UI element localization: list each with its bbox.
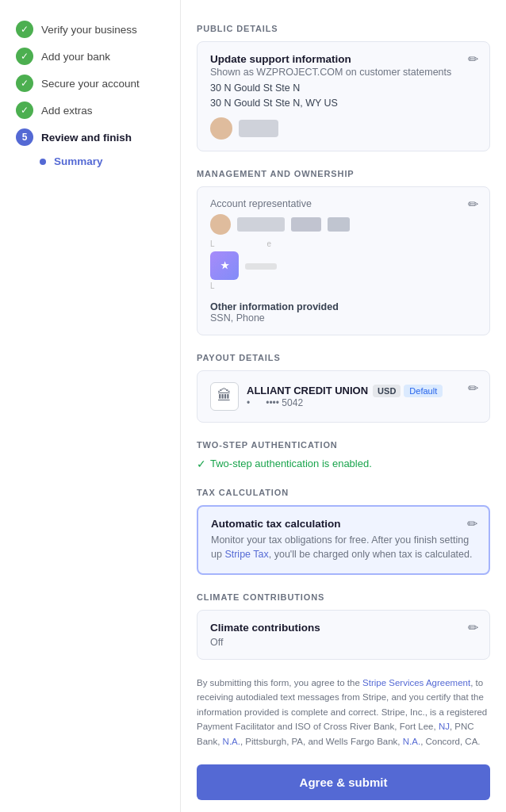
currency-badge: USD xyxy=(373,385,401,397)
avatar-blob-1 xyxy=(210,117,232,140)
bank-account-details: • •••• 5042 xyxy=(247,397,443,408)
step-icon-secure: ✓ xyxy=(16,75,33,92)
section-label-management: MANAGEMENT AND OWNERSHIP xyxy=(197,169,490,178)
step-icon-extras: ✓ xyxy=(16,102,33,119)
sidebar-label-bank: Add your bank xyxy=(41,51,110,63)
sidebar-item-bank[interactable]: ✓ Add your bank xyxy=(13,43,167,70)
default-badge: Default xyxy=(404,385,443,397)
section-label-climate: CLIMATE CONTRIBUTIONS xyxy=(197,592,490,602)
section-label-twostep: TWO-STEP AUTHENTICATION xyxy=(197,440,490,450)
step-icon-bank: ✓ xyxy=(16,48,33,65)
edit-icon-management[interactable]: ✏ xyxy=(468,197,478,212)
sidebar-item-verify[interactable]: ✓ Verify your business xyxy=(13,16,167,43)
edit-icon-tax[interactable]: ✏ xyxy=(467,516,477,531)
sidebar-item-review[interactable]: 5 Review and finish xyxy=(13,124,167,151)
step-icon-review: 5 xyxy=(16,128,33,146)
pnc-link[interactable]: N.A. xyxy=(223,737,240,746)
sidebar-item-summary[interactable]: Summary xyxy=(13,151,167,172)
edit-icon-payout[interactable]: ✏ xyxy=(468,381,478,396)
rep-name-blur xyxy=(237,217,285,232)
bank-info: ALLIANT CREDIT UNION USD Default • •••• … xyxy=(247,385,443,408)
public-card-subtitle: Shown as WZPROJECT.COM on customer state… xyxy=(210,67,477,78)
sidebar-item-secure[interactable]: ✓ Secure your account xyxy=(13,70,167,97)
climate-card: ✏ Climate contributions Off xyxy=(197,610,490,660)
sidebar-item-extras[interactable]: ✓ Add extras xyxy=(13,97,167,124)
payout-row: 🏛 ALLIANT CREDIT UNION USD Default • •••… xyxy=(210,382,477,411)
main-content: PUBLIC DETAILS ✏ Update support informat… xyxy=(181,0,506,812)
bank-name: ALLIANT CREDIT UNION xyxy=(247,385,368,396)
rep-badge: ★ xyxy=(210,251,239,280)
twostep-status-row: ✓ Two-step authentication is enabled. xyxy=(197,458,490,470)
step-icon-verify: ✓ xyxy=(16,21,33,38)
public-card-address1: 30 N Gould St Ste N xyxy=(210,81,477,96)
sidebar: ✓ Verify your business ✓ Add your bank ✓… xyxy=(0,0,181,812)
legal-text: By submitting this form, you agree to th… xyxy=(197,676,490,749)
stripe-tax-link[interactable]: Stripe Tax xyxy=(224,549,268,560)
sidebar-label-verify: Verify your business xyxy=(41,24,137,36)
rep-detail-blur xyxy=(291,217,321,232)
stripe-agreement-link[interactable]: Stripe Services Agreement xyxy=(362,678,470,688)
legal-text-before-link: By submitting this form, you agree to th… xyxy=(197,678,362,688)
rep-role-placeholder: L xyxy=(210,282,477,290)
rep-first-label: L xyxy=(210,239,215,248)
auth-enabled-text: ✓ Two-step authentication is enabled. xyxy=(197,458,490,470)
edit-icon-climate[interactable]: ✏ xyxy=(468,620,478,635)
auth-status-text: Two-step authentication is enabled. xyxy=(210,458,372,469)
public-avatar-row xyxy=(210,117,477,140)
tax-card-description: Monitor your tax obligations for free. A… xyxy=(211,533,476,563)
rep-name-line xyxy=(245,263,277,270)
rep-detail-blur2 xyxy=(328,217,350,232)
other-info-value: SSN, Phone xyxy=(210,312,477,324)
account-dots: •••• 5042 xyxy=(266,397,303,408)
other-info-label: Other information provided xyxy=(210,301,477,312)
agree-submit-button[interactable]: Agree & submit xyxy=(197,764,490,800)
public-details-card: ✏ Update support information Shown as WZ… xyxy=(197,41,490,151)
climate-card-value: Off xyxy=(210,637,477,648)
tax-card-title: Automatic tax calculation xyxy=(211,518,476,530)
edit-icon-public[interactable]: ✏ xyxy=(468,52,478,67)
account-rep-label: Account representative xyxy=(210,198,477,209)
sidebar-label-review: Review and finish xyxy=(41,132,132,144)
public-card-title: Update support information xyxy=(210,53,477,65)
bank-name-row: ALLIANT CREDIT UNION USD Default xyxy=(247,385,443,397)
account-prefix: • xyxy=(247,397,250,408)
name-placeholder-row: L e xyxy=(210,238,477,248)
sidebar-label-summary: Summary xyxy=(54,155,103,167)
check-icon-green: ✓ xyxy=(197,458,206,470)
public-card-address2: 30 N Gould St Ste N, WY US xyxy=(210,96,477,111)
legal-text-after-link: , to receiving autodialed text messages … xyxy=(197,678,487,746)
climate-card-title: Climate contributions xyxy=(210,622,477,634)
sidebar-label-secure: Secure your account xyxy=(41,78,140,90)
section-label-public: PUBLIC DETAILS xyxy=(197,24,490,33)
wf-link[interactable]: N.A. xyxy=(403,737,420,746)
avatar-rect-1 xyxy=(239,120,278,137)
rep-last-label: e xyxy=(267,239,272,248)
dot-icon-summary xyxy=(40,159,46,165)
tax-card: ✏ Automatic tax calculation Monitor your… xyxy=(197,505,490,576)
nj-link[interactable]: NJ xyxy=(439,722,450,731)
section-label-tax: TAX CALCULATION xyxy=(197,488,490,497)
bank-icon: 🏛 xyxy=(210,382,239,411)
rep-badge-row: ★ xyxy=(210,251,477,280)
account-rep-row xyxy=(210,214,477,235)
section-label-payout: PAYOUT DETAILS xyxy=(197,353,490,362)
rep-avatar xyxy=(210,214,231,235)
management-card: ✏ Account representative L e ★ L Other i… xyxy=(197,186,490,335)
sidebar-label-extras: Add extras xyxy=(41,105,93,117)
payout-card: ✏ 🏛 ALLIANT CREDIT UNION USD Default • •… xyxy=(197,370,490,423)
